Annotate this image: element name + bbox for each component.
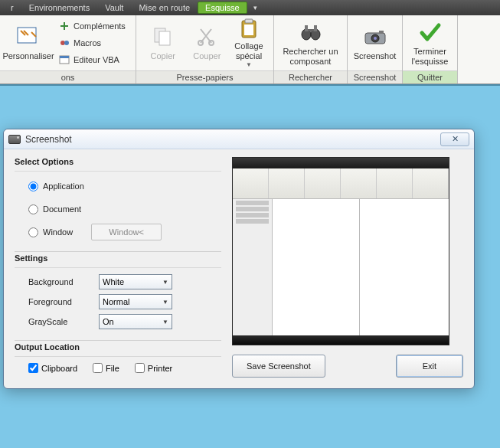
clipboard-icon [237, 18, 261, 39]
document-label: Document [43, 204, 81, 214]
clipboard-checkbox-label[interactable]: Clipboard [28, 363, 77, 373]
ribbon: Personnaliser Compléments Macros Editeur… [0, 15, 500, 84]
svg-rect-10 [245, 19, 253, 23]
window-pick-button: Window< [91, 224, 162, 240]
document-radio[interactable] [28, 204, 38, 214]
file-checkbox-label[interactable]: File [93, 363, 119, 373]
paste-special-button[interactable]: Collage spécial ▼ [229, 19, 269, 67]
vba-icon [58, 54, 70, 66]
file-checkbox[interactable] [93, 363, 103, 373]
scissors-icon [194, 25, 219, 49]
svg-rect-15 [314, 25, 317, 31]
binoculars-icon [299, 20, 323, 44]
chevron-down-icon: ▼ [246, 61, 252, 68]
menu-item-vault[interactable]: Vault [97, 2, 131, 14]
copy-button[interactable]: Copier [141, 19, 185, 67]
panel-search: Rechercher un composant Rechercher [274, 15, 348, 83]
dialog-titlebar[interactable]: Screenshot ✕ [4, 129, 474, 149]
macros-icon [58, 37, 70, 49]
panel-label-clipboard: Presse-papiers [136, 70, 273, 83]
menu-item-environnements[interactable]: Environnements [21, 2, 98, 14]
application-label: Application [43, 181, 84, 191]
save-screenshot-button[interactable]: Save Screenshot [232, 355, 325, 378]
printer-checkbox-label[interactable]: Printer [135, 363, 172, 373]
screenshot-preview [232, 157, 449, 345]
panel-label-search: Rechercher [274, 70, 347, 83]
camera-small-icon [8, 135, 21, 144]
background-label: Background [28, 277, 99, 286]
complements-button[interactable]: Compléments [55, 18, 129, 34]
macros-button[interactable]: Macros [55, 35, 129, 51]
window-label: Window [43, 227, 73, 237]
chevron-down-icon: ▼ [162, 299, 168, 306]
panel-label-screenshot: Screenshot [348, 70, 402, 83]
grayscale-combo[interactable]: On▼ [99, 314, 172, 329]
menu-overflow-icon[interactable]: ▾ [253, 4, 257, 11]
editor-vba-button[interactable]: Editeur VBA [55, 52, 129, 67]
foreground-label: Foreground [28, 297, 99, 306]
svg-rect-11 [244, 25, 253, 35]
screenshot-button[interactable]: Screenshot [352, 19, 397, 67]
chevron-down-icon: ▼ [162, 319, 168, 325]
panel-label-quit: Quitter [403, 70, 457, 83]
svg-point-2 [64, 41, 69, 45]
camera-icon [363, 25, 387, 49]
svg-rect-4 [60, 56, 69, 58]
svg-rect-20 [379, 31, 384, 34]
svg-point-19 [374, 37, 377, 40]
cut-button[interactable]: Couper [185, 19, 230, 67]
personalize-icon [16, 25, 41, 49]
checkmark-icon [418, 20, 443, 44]
panel-quit: Terminer l'esquisse Quitter [403, 15, 458, 83]
exit-button[interactable]: Exit [396, 355, 463, 378]
screenshot-dialog: Screenshot ✕ Select Options Application … [3, 129, 475, 389]
grayscale-label: GrayScale [28, 317, 99, 326]
select-options-heading: Select Options [15, 157, 221, 166]
window-radio[interactable] [28, 227, 38, 237]
panel-personalize: Personnaliser Compléments Macros Editeur… [0, 15, 136, 83]
finish-sketch-button[interactable]: Terminer l'esquisse [407, 19, 453, 67]
dialog-title: Screenshot [25, 134, 72, 145]
svg-rect-6 [159, 31, 170, 45]
background-combo[interactable]: White▼ [99, 274, 172, 289]
output-location-heading: Output Location [15, 342, 221, 352]
svg-rect-16 [308, 29, 314, 31]
svg-rect-14 [305, 25, 308, 31]
foreground-combo[interactable]: Normal▼ [99, 294, 172, 309]
panel-label-personalize: ons [0, 70, 136, 83]
panel-screenshot: Screenshot Screenshot [348, 15, 403, 83]
personalize-button[interactable]: Personnaliser [5, 19, 52, 67]
menu-item-mise-en-route[interactable]: Mise en route [131, 2, 198, 14]
personalize-label: Personnaliser [2, 51, 54, 61]
settings-heading: Settings [15, 253, 221, 263]
menu-bar: r Environnements Vault Mise en route Esq… [0, 0, 500, 15]
panel-clipboard: Copier Couper Collage spécial ▼ Presse-p… [136, 15, 274, 83]
menu-item-0[interactable]: r [3, 2, 21, 14]
clipboard-checkbox[interactable] [28, 363, 38, 373]
plus-icon [58, 20, 70, 32]
printer-checkbox[interactable] [135, 363, 145, 373]
chevron-down-icon: ▼ [162, 279, 168, 286]
application-radio[interactable] [28, 181, 38, 191]
menu-item-esquisse[interactable]: Esquisse [198, 2, 247, 14]
copy-icon [151, 25, 175, 49]
svg-rect-0 [18, 28, 36, 43]
search-component-button[interactable]: Rechercher un composant [279, 19, 342, 67]
dialog-close-button[interactable]: ✕ [440, 132, 469, 146]
